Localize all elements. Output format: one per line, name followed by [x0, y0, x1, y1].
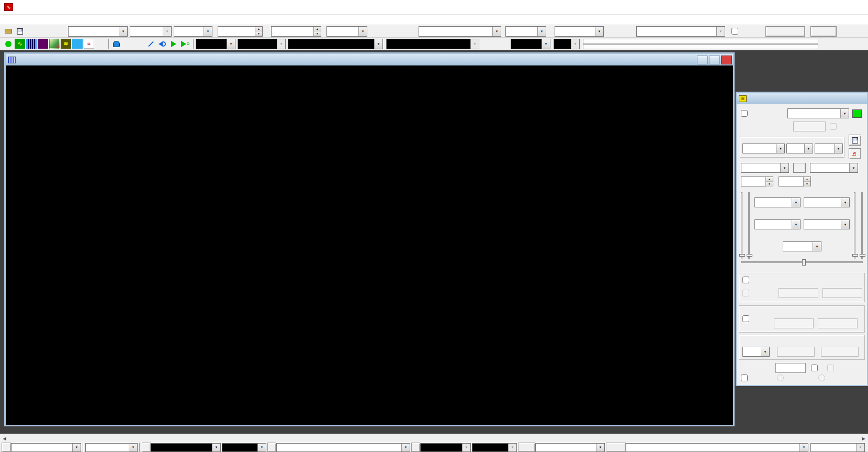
channel-b-button[interactable]: [411, 443, 420, 452]
show-editor-checkbox[interactable]: [741, 110, 748, 117]
trigger-hpf-select[interactable]: ▼: [326, 26, 367, 37]
sg-sampling-rate-select[interactable]: ▼: [742, 144, 785, 153]
phase-lock-checkbox[interactable]: [742, 290, 749, 296]
scroll-right-icon[interactable]: ▶: [859, 434, 868, 443]
trigger-delay-spinner[interactable]: ▲▼: [271, 26, 321, 37]
sweep-frequency-radio[interactable]: [777, 374, 784, 381]
spin-down-icon[interactable]: ▼: [255, 31, 262, 36]
frequency-b-select[interactable]: ▼: [804, 197, 850, 207]
dc-offset-a-spinner[interactable]: ▲▼: [741, 177, 773, 186]
duration-input[interactable]: [775, 363, 806, 373]
loopback-select[interactable]: ▼: [787, 108, 849, 118]
run-icon[interactable]: [3, 39, 14, 49]
fft-size-select[interactable]: ▼: [535, 443, 605, 452]
open-icon[interactable]: [3, 26, 14, 36]
mask-off-input[interactable]: [822, 288, 862, 298]
mode-select[interactable]: ▼: [276, 443, 410, 452]
range-a-select[interactable]: ▼: [288, 39, 383, 49]
save-signal-icon[interactable]: [849, 135, 861, 146]
mask-checkbox[interactable]: [742, 277, 749, 283]
coupling-a-select[interactable]: ▼: [196, 39, 235, 49]
balance-slider[interactable]: [741, 261, 863, 263]
plot-area[interactable]: [34, 84, 717, 405]
frequency-axis-button[interactable]: [2, 443, 11, 452]
close-icon[interactable]: [721, 56, 732, 64]
play-loop-icon[interactable]: [180, 39, 190, 49]
record-length-select[interactable]: ▼: [636, 26, 725, 37]
spectrum-3d-plot-icon[interactable]: [49, 39, 60, 49]
sweep-checkbox[interactable]: [741, 374, 748, 381]
signal-generator-titlebar[interactable]: ≋: [737, 93, 867, 104]
amplitude-fader-b2[interactable]: [861, 192, 863, 259]
close-button[interactable]: [844, 0, 868, 14]
trigger-mode-select[interactable]: ▼: [68, 26, 128, 37]
overlap-select[interactable]: ▼: [810, 443, 865, 452]
oscilloscope-icon[interactable]: ∿: [15, 39, 25, 49]
calibrate-a-icon[interactable]: [122, 39, 133, 49]
sweep-amplitude-radio[interactable]: [818, 374, 825, 381]
probe-a-select[interactable]: ▼: [511, 39, 550, 49]
roll-checkbox-row[interactable]: [731, 28, 742, 35]
spin-up-icon[interactable]: ▲: [766, 177, 773, 182]
spin-up-icon[interactable]: ▲: [804, 177, 810, 182]
b-shift-select[interactable]: ▼: [472, 443, 517, 452]
spin-up-icon[interactable]: ▲: [314, 27, 321, 31]
more-waveform-button[interactable]: [793, 163, 806, 173]
waveform-a-select[interactable]: ▼: [741, 163, 789, 173]
dds-checkbox[interactable]: [827, 365, 834, 371]
auto-button[interactable]: [810, 26, 837, 37]
dc-offset-b-spinner[interactable]: ▲▼: [779, 177, 811, 186]
spin-up-icon[interactable]: ▲: [255, 27, 262, 31]
spin-down-icon[interactable]: ▼: [766, 182, 773, 186]
minimize-button[interactable]: [796, 0, 820, 14]
maximize-button[interactable]: [709, 56, 720, 64]
sg-channels-select[interactable]: ▼: [786, 144, 813, 153]
mod-index-input[interactable]: [821, 347, 859, 357]
amplitude-fader-a2[interactable]: [748, 192, 750, 259]
bit-depth-select[interactable]: ▼: [555, 26, 604, 37]
probe-b-select[interactable]: ▼: [554, 39, 580, 49]
data-logger-icon[interactable]: ≈: [84, 39, 94, 49]
trigger-edge-select[interactable]: ▼: [174, 26, 212, 37]
mask-on-input[interactable]: [779, 288, 818, 298]
amplitude-fader-b1[interactable]: [854, 192, 855, 259]
menu-help[interactable]: [38, 19, 47, 21]
signal-generator-icon[interactable]: ≋: [61, 39, 71, 49]
window-function-select[interactable]: ▼: [626, 443, 808, 452]
a-range-select[interactable]: ▼: [151, 443, 221, 452]
waveform-b-select[interactable]: ▼: [810, 163, 858, 173]
sampling-rate-select[interactable]: ▼: [419, 26, 501, 37]
amplitude-fader-a1[interactable]: [741, 192, 742, 259]
spectrum-analyzer-titlebar[interactable]: [6, 54, 733, 65]
loop-checkbox[interactable]: [811, 365, 818, 371]
ddp-viewer-icon[interactable]: [95, 39, 106, 49]
play-icon[interactable]: [168, 39, 179, 49]
amplitude-b-select[interactable]: ▼: [804, 219, 850, 229]
range-b-select[interactable]: ▼: [386, 39, 479, 49]
amplitude-a-select[interactable]: ▼: [754, 219, 801, 229]
a-shift-select[interactable]: ▼: [222, 443, 266, 452]
frequency-a-select[interactable]: ▼: [754, 197, 801, 207]
output-indicator[interactable]: [852, 109, 862, 118]
carrier-input[interactable]: [777, 347, 815, 357]
frequency-axis-select[interactable]: ▼: [11, 443, 81, 452]
record-button[interactable]: [765, 26, 805, 37]
menu-file[interactable]: [0, 19, 9, 21]
start-osc-input[interactable]: [793, 122, 826, 131]
music-note-icon[interactable]: ♬: [849, 148, 861, 159]
sg-bits-select[interactable]: ▼: [815, 144, 843, 153]
channel-a-button[interactable]: [142, 443, 151, 452]
phase-select[interactable]: ▼: [783, 241, 821, 251]
input-device-icon[interactable]: [111, 39, 121, 49]
spectrum-analyzer-icon[interactable]: [26, 39, 37, 49]
minimize-button[interactable]: [831, 94, 842, 103]
multimeter-icon[interactable]: [38, 39, 48, 49]
probe-icon[interactable]: [145, 39, 156, 49]
maximize-button[interactable]: [843, 94, 854, 103]
fade-out-input[interactable]: [818, 318, 858, 328]
maximize-button[interactable]: [820, 0, 844, 14]
x-zoom-select[interactable]: ▼: [85, 443, 138, 452]
mode-button[interactable]: [267, 443, 276, 452]
menu-setting[interactable]: [9, 19, 19, 21]
fade-in-input[interactable]: [774, 318, 814, 328]
